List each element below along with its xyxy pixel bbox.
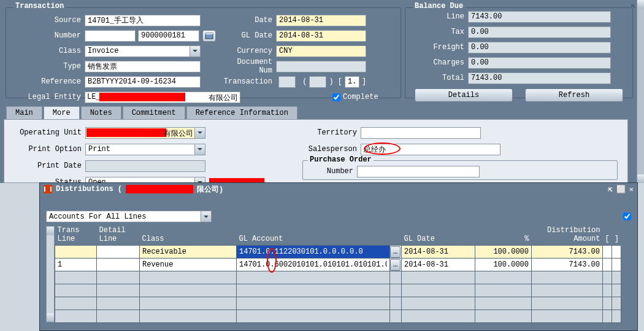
table-row[interactable] <box>55 310 621 323</box>
col-flag-open[interactable]: [ <box>603 226 612 246</box>
cell-trans[interactable] <box>58 246 94 258</box>
scroll-up-icon[interactable] <box>47 227 54 235</box>
currency-input[interactable] <box>276 45 366 57</box>
txn-nav-cur[interactable] <box>278 76 296 88</box>
cell-detail[interactable] <box>99 246 137 258</box>
distributions-titlebar[interactable]: Distributions ( 限公司) ⇱ ⬜ ✕ <box>40 183 637 195</box>
distribution-grid: TransLine DetailLine Class GL Account GL… <box>55 226 621 323</box>
grid-scrollbar[interactable] <box>46 226 55 322</box>
dist-title-text: Distributions ( <box>56 185 122 193</box>
dist-title-suffix: 限公司) <box>197 184 223 195</box>
chevron-down-icon[interactable] <box>190 46 200 56</box>
tab-notes[interactable]: Notes <box>81 106 121 120</box>
bal-tax-label: Tax <box>413 28 468 36</box>
col-gl-account[interactable]: GL Account <box>237 226 402 246</box>
bal-total-label: Total <box>413 74 468 82</box>
scrollbar-vertical[interactable] <box>637 0 644 183</box>
print-option-input[interactable] <box>85 144 205 155</box>
chevron-down-icon[interactable] <box>194 144 205 155</box>
lov-icon[interactable]: … <box>390 259 401 271</box>
accounts-checkbox[interactable] <box>623 212 631 220</box>
balance-legend: Balance Due <box>413 2 465 10</box>
transaction-legend: Transaction <box>13 2 66 10</box>
lov-icon[interactable]: … <box>390 246 401 258</box>
col-pct[interactable]: % <box>475 226 532 246</box>
chevron-down-icon[interactable] <box>201 211 211 222</box>
table-row[interactable] <box>55 297 621 310</box>
tab-refinfo[interactable]: Reference Information <box>186 106 297 120</box>
scroll-up-icon[interactable] <box>637 0 644 9</box>
col-trans-line[interactable]: TransLine <box>55 226 97 246</box>
tab-main[interactable]: Main <box>6 106 42 120</box>
cell-gl-date[interactable] <box>404 259 472 271</box>
complete-checkbox[interactable] <box>332 93 340 101</box>
print-option-label: Print Option <box>14 145 85 154</box>
print-date-input[interactable] <box>85 160 205 172</box>
docnum-input[interactable] <box>276 61 366 72</box>
detach-icon[interactable]: ⇱ <box>608 185 613 194</box>
bal-freight-value <box>468 42 611 53</box>
gldate-label: GL Date <box>221 31 276 40</box>
txn-nav-of[interactable] <box>309 76 326 88</box>
refresh-button[interactable]: Refresh <box>525 88 623 102</box>
number-input-1[interactable] <box>85 30 136 42</box>
scroll-down-icon[interactable] <box>47 313 54 322</box>
accounts-selector-input[interactable] <box>46 211 212 222</box>
table-row[interactable] <box>55 284 621 297</box>
transaction-group: Transaction Source Number Class Type <box>6 7 401 98</box>
cell-amount[interactable] <box>534 246 600 258</box>
col-amount[interactable]: DistributionAmount <box>532 226 603 246</box>
complete-label: Complete <box>343 93 378 101</box>
reference-input[interactable] <box>85 76 201 88</box>
cell-trans[interactable] <box>58 259 94 271</box>
scroll-down-icon[interactable] <box>637 174 644 183</box>
salesperson-input[interactable] <box>361 144 500 155</box>
col-class[interactable]: Class <box>140 226 237 246</box>
close-icon[interactable]: ✕ <box>629 185 634 194</box>
cell-gl-account[interactable] <box>239 259 387 271</box>
maximize-icon[interactable]: ⬜ <box>616 185 626 194</box>
class-combo[interactable] <box>85 45 201 57</box>
po-number-input[interactable] <box>357 166 480 177</box>
table-row[interactable]: … <box>55 246 621 259</box>
tab-more[interactable]: More <box>44 106 80 120</box>
more-panel: Operating Unit 有限公司 Print Option Print D… <box>4 119 628 183</box>
cell-class[interactable] <box>142 259 234 271</box>
cell-gl-account[interactable] <box>239 246 387 258</box>
date-input[interactable] <box>276 15 366 26</box>
txn-nav-page[interactable] <box>345 76 359 88</box>
details-button[interactable]: Details <box>415 88 513 102</box>
bal-total-value <box>468 72 611 84</box>
cell-pct[interactable] <box>478 259 529 271</box>
cell-class[interactable] <box>142 246 234 258</box>
cell-pct[interactable] <box>478 246 529 258</box>
number-lookup-icon[interactable] <box>202 30 216 42</box>
distributions-window: Distributions ( 限公司) ⇱ ⬜ ✕ <box>39 182 638 331</box>
chevron-down-icon[interactable] <box>194 128 205 138</box>
po-legend: Purchase Order <box>308 155 374 164</box>
territory-input[interactable] <box>361 127 481 139</box>
gldate-input[interactable] <box>276 30 366 42</box>
cell-gl-date[interactable] <box>404 246 472 258</box>
number-label: Number <box>13 31 85 40</box>
cell-amount[interactable] <box>534 259 600 271</box>
table-row[interactable]: … <box>55 259 621 271</box>
col-flag-close[interactable]: ] <box>612 226 621 246</box>
accounts-selector[interactable] <box>46 211 212 222</box>
col-gl-date[interactable]: GL Date <box>402 226 475 246</box>
oracle-icon <box>44 185 52 193</box>
legal-prefix: LE_ <box>87 93 101 101</box>
table-row[interactable] <box>55 271 621 284</box>
source-input[interactable] <box>85 15 201 26</box>
ou-suffix: 有限公司 <box>164 128 193 139</box>
legal-suffix: 有限公司 <box>209 93 238 103</box>
tab-commitment[interactable]: Commitment <box>123 106 185 120</box>
number-input-2[interactable] <box>138 30 199 42</box>
ou-redaction <box>86 128 166 137</box>
po-number-label: Number <box>308 167 357 176</box>
type-input[interactable] <box>85 61 201 72</box>
cell-detail[interactable] <box>99 259 137 271</box>
bal-freight-label: Freight <box>413 43 468 52</box>
svg-rect-1 <box>205 33 213 34</box>
col-detail-line[interactable]: DetailLine <box>97 226 140 246</box>
